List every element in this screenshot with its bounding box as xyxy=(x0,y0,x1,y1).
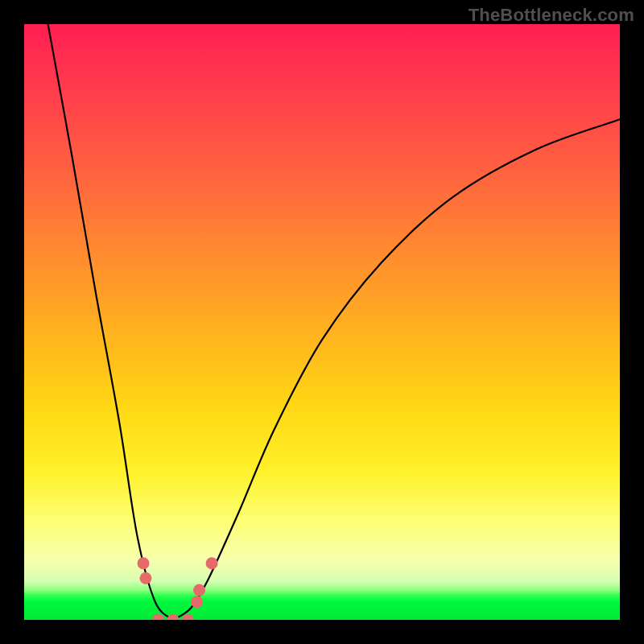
highlight-dot xyxy=(167,614,180,621)
highlight-dot xyxy=(152,614,164,621)
bottleneck-curve-svg xyxy=(24,24,620,620)
highlight-dot xyxy=(206,557,218,569)
highlight-dot xyxy=(193,584,205,597)
highlight-dot xyxy=(138,557,150,569)
curve-left-branch xyxy=(48,24,173,620)
watermark-text: TheBottleneck.com xyxy=(469,5,634,26)
highlight-dot xyxy=(139,572,151,584)
chart-frame: TheBottleneck.com xyxy=(0,0,644,644)
plot-area xyxy=(24,24,620,620)
curve-right-branch xyxy=(173,119,620,620)
highlight-dot xyxy=(191,596,203,608)
